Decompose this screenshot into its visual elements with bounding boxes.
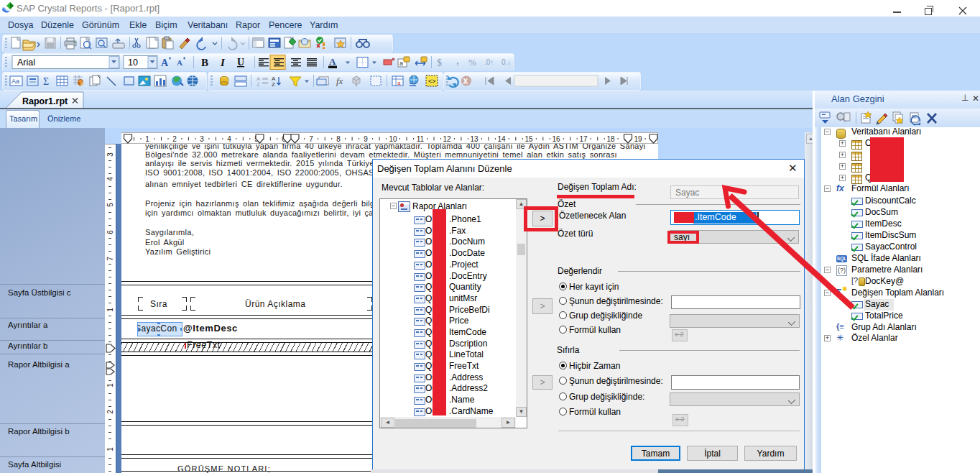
svg-text:14: 14	[497, 135, 506, 143]
svg-text:15: 15	[524, 135, 533, 143]
svg-text:Z: Z	[256, 81, 260, 88]
svg-text:Z: Z	[272, 81, 275, 88]
svg-text:,: ,	[456, 54, 459, 66]
svg-text:Σ: Σ	[43, 76, 49, 87]
svg-text:17: 17	[579, 135, 588, 143]
svg-text:.0↑: .0↑	[484, 58, 494, 66]
svg-text:I: I	[220, 57, 226, 68]
svg-text:16: 16	[552, 135, 560, 143]
svg-text:Rapor1.rpt: Rapor1.rpt	[22, 96, 68, 106]
svg-text:11: 11	[417, 135, 425, 143]
svg-text:13: 13	[470, 135, 479, 143]
svg-text:A: A	[177, 58, 182, 67]
svg-text:4: 4	[227, 135, 231, 143]
svg-text:19: 19	[634, 135, 642, 143]
svg-text:18: 18	[606, 135, 615, 143]
svg-text:2: 2	[172, 135, 177, 143]
svg-text:$: $	[437, 58, 442, 68]
svg-text:A: A	[329, 56, 336, 67]
svg-text:A: A	[161, 58, 169, 68]
svg-text:fx: fx	[336, 75, 343, 86]
svg-text:<>: <>	[428, 78, 436, 85]
svg-text:10: 10	[389, 135, 397, 143]
svg-text:1: 1	[145, 135, 149, 143]
svg-text:a: a	[399, 60, 403, 67]
svg-text:%: %	[468, 57, 476, 68]
svg-text:8: 8	[336, 135, 341, 143]
svg-text:12: 12	[443, 135, 451, 143]
svg-text:U: U	[237, 57, 244, 68]
svg-text:3: 3	[200, 135, 204, 143]
svg-text:a: a	[397, 80, 401, 86]
svg-text:Arial: Arial	[17, 58, 35, 68]
svg-text:X: X	[463, 78, 468, 86]
svg-text:Aa: Aa	[11, 78, 19, 85]
svg-text:B: B	[201, 57, 208, 68]
svg-text:10: 10	[128, 58, 138, 68]
svg-text:7: 7	[309, 135, 313, 143]
svg-text:0.↓: 0.↓	[501, 58, 511, 66]
svg-text:9: 9	[364, 135, 368, 143]
